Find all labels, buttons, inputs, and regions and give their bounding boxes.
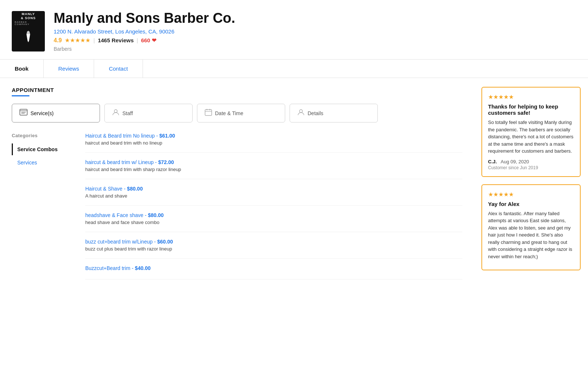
service-link-5[interactable]: buzz cut+beard trim w/Lineup - $60.00: [85, 239, 173, 245]
svg-rect-7: [205, 110, 212, 116]
service-item: headshave & Face shave - $80.00 head sha…: [85, 206, 462, 232]
service-item: buzz cut+beard trim w/Lineup - $60.00 bu…: [85, 232, 462, 259]
services-icon: [19, 109, 28, 117]
service-desc-1: haircut and beard trim with no lineup: [85, 140, 462, 146]
heart-icon: ❤: [152, 37, 157, 43]
service-link-2[interactable]: haircut & beard trim w/ Lineup - $72.00: [85, 159, 174, 165]
services-list: Haircut & Beard trim No lineup - $61.00 …: [85, 133, 462, 280]
step-services-label: Service(s): [31, 110, 54, 116]
tab-book[interactable]: Book: [0, 60, 44, 78]
rating-score: 4.9: [54, 37, 62, 44]
category-services[interactable]: Services: [12, 157, 76, 168]
details-icon: [297, 109, 305, 118]
svg-point-11: [300, 110, 302, 113]
appointment-heading: APPOINTMENT: [12, 87, 462, 93]
categories-heading: Categories: [12, 133, 76, 138]
logo-tie-icon: [25, 31, 32, 45]
step-staff-label: Staff: [122, 110, 133, 116]
review-title-1: Thanks for helping to keep customers saf…: [488, 103, 574, 116]
service-desc-5: buzz cut plus beard trim with razor line…: [85, 246, 462, 252]
service-desc-3: A haircut and shave: [85, 193, 462, 199]
step-datetime-label: Date & Time: [215, 110, 243, 116]
svg-marker-1: [26, 31, 30, 34]
logo-text-barber: BARBER COMPANY: [15, 21, 42, 25]
service-item: Buzzcut+Beard trim - $40.00: [85, 259, 462, 280]
tabs-bar: Book Reviews Contact: [0, 59, 588, 78]
calendar-icon: [205, 109, 212, 118]
right-panel: ★★★★★ Thanks for helping to keep custome…: [474, 78, 588, 288]
review-body-2: Alex is fantastic. After many failed att…: [488, 210, 574, 260]
appointment-underline: [12, 95, 29, 96]
review-body-1: So totally feel safe visiting Manly duri…: [488, 119, 574, 155]
rating-row: 4.9 ★★★★★ | 1465 Reviews | 660 ❤: [54, 37, 235, 44]
service-link-4[interactable]: headshave & Face shave - $80.00: [85, 212, 164, 218]
step-details[interactable]: Details: [290, 104, 378, 122]
step-details-label: Details: [308, 110, 323, 116]
step-staff[interactable]: Staff: [104, 104, 193, 122]
step-datetime[interactable]: Date & Time: [197, 104, 285, 122]
main-layout: APPOINTMENT Service(s): [0, 78, 588, 288]
review-stars-2: ★★★★★: [488, 191, 574, 198]
step-services[interactable]: Service(s): [12, 104, 100, 122]
category-service-combos[interactable]: Service Combos: [12, 143, 76, 155]
business-logo: MANLY& SONS BARBER COMPANY: [12, 11, 45, 51]
hearts-count: 660 ❤: [141, 37, 157, 44]
steps-row: Service(s) Staff: [12, 104, 462, 122]
service-desc-4: head shave and face shave combo: [85, 220, 462, 225]
service-item: haircut & beard trim w/ Lineup - $72.00 …: [85, 153, 462, 179]
rating-stars: ★★★★★: [65, 37, 90, 44]
tab-reviews[interactable]: Reviews: [44, 60, 94, 78]
services-body: Categories Service Combos Services Hairc…: [12, 133, 462, 280]
service-link-3[interactable]: Haircut & Shave - $80.00: [85, 186, 143, 192]
tab-contact[interactable]: Contact: [94, 60, 143, 78]
header: MANLY& SONS BARBER COMPANY Manly and Son…: [0, 0, 588, 59]
categories-sidebar: Categories Service Combos Services: [12, 133, 85, 280]
svg-point-6: [114, 110, 117, 113]
review-card-2: ★★★★★ Yay for Alex Alex is fantastic. Af…: [481, 184, 581, 271]
reviewer-name-1: C.J.: [488, 159, 497, 164]
logo-text-manly: MANLY& SONS: [21, 12, 36, 20]
review-title-2: Yay for Alex: [488, 201, 574, 207]
reviews-count: 1465 Reviews: [98, 37, 134, 43]
service-link-6[interactable]: Buzzcut+Beard trim - $40.00: [85, 265, 151, 271]
service-item: Haircut & Beard trim No lineup - $61.00 …: [85, 133, 462, 153]
category-label: Barbers: [54, 46, 235, 52]
reviewer-date-1: Aug 09, 2020: [498, 159, 529, 164]
review-card-1: ★★★★★ Thanks for helping to keep custome…: [481, 87, 581, 177]
reviewer-since-1: Customer since Jun 2019: [488, 165, 574, 170]
review-stars-1: ★★★★★: [488, 93, 574, 100]
service-desc-2: haircut and beard trim with sharp razor …: [85, 167, 462, 172]
service-link-1[interactable]: Haircut & Beard trim No lineup - $61.00: [85, 133, 175, 139]
service-item: Haircut & Shave - $80.00 A haircut and s…: [85, 179, 462, 206]
business-address[interactable]: 1200 N. Alvarado Street, Los Angeles, CA…: [54, 28, 235, 35]
left-panel: APPOINTMENT Service(s): [0, 78, 474, 288]
business-name: Manly and Sons Barber Co.: [54, 10, 235, 26]
staff-icon: [112, 109, 119, 118]
header-info: Manly and Sons Barber Co. 1200 N. Alvara…: [54, 10, 235, 52]
